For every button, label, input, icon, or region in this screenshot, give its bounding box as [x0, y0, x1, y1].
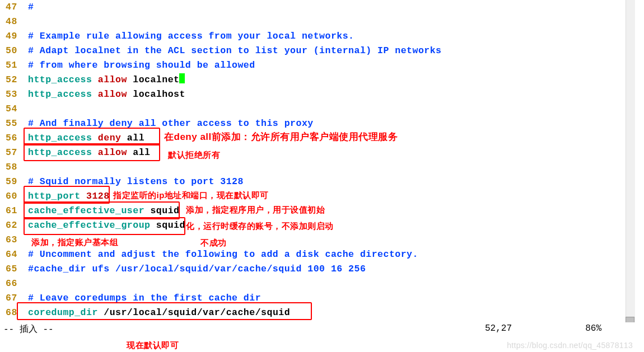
code-line: 47# — [0, 0, 635, 15]
code-line: 51# from where browsing should be allowe… — [0, 58, 635, 73]
code-line: 58 — [0, 160, 635, 175]
vim-position: 52,27 — [485, 323, 512, 334]
highlight-box-coredump — [17, 302, 312, 320]
code-line: 65#cache_dir ufs /usr/local/squid/var/ca… — [0, 262, 635, 276]
highlight-box-allow-all — [24, 143, 160, 161]
code-line: 53http_access allow localhost — [0, 87, 635, 102]
annotation: 在deny all前添加：允许所有用户客户端使用代理服务 — [164, 130, 398, 144]
vim-status-line: -- 插入 -- 52,27 86% — [0, 322, 635, 337]
cursor — [179, 73, 185, 83]
vim-mode: -- 插入 -- — [3, 323, 54, 335]
annotation: 默认拒绝所有 — [168, 148, 220, 162]
annotation: 化，运行时缓存的账号，不添加则启动 — [186, 219, 334, 233]
annotation: 添加，指定程序用户，用于设值初始 — [186, 203, 325, 217]
annotation: 现在默认即可 — [127, 338, 179, 352]
code-line: 52http_access allow localnet — [0, 73, 635, 87]
code-line: 54 — [0, 102, 635, 116]
annotation: 指定监听的ip地址和端口，现在默认即可 — [113, 188, 269, 203]
highlight-box-eff-group — [24, 217, 185, 235]
vim-percent: 86% — [585, 323, 601, 334]
code-line: 49# Example rule allowing access from yo… — [0, 29, 635, 44]
annotation: 不成功 — [200, 236, 227, 250]
code-line: 48 — [0, 15, 635, 29]
watermark: https://blog.csdn.net/qq_45878113 — [507, 341, 633, 350]
scrollbar-gutter[interactable] — [626, 0, 635, 336]
code-line: 50# Adapt localnet in the ACL section to… — [0, 44, 635, 58]
annotation: 添加，指定账户基本组 — [31, 235, 118, 250]
code-line: 66 — [0, 276, 635, 291]
vim-editor[interactable]: 47# 48 49# Example rule allowing access … — [0, 0, 635, 336]
